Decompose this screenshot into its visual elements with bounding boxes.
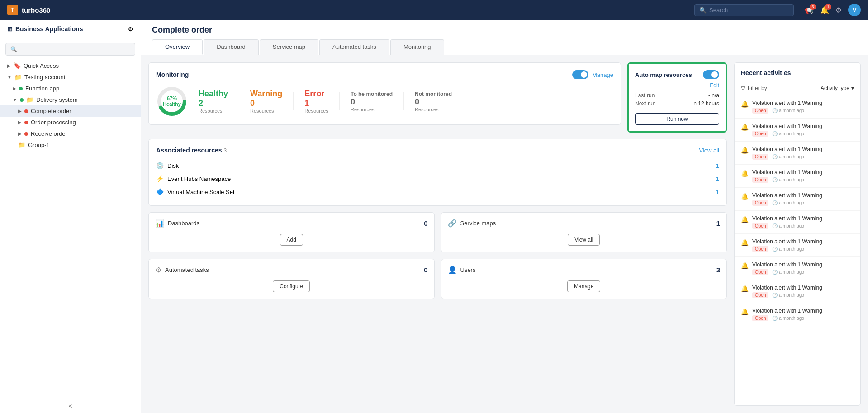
grid-card-automated-tasks: ⚙ Automated tasks 0 Configure — [148, 259, 435, 299]
auto-map-last-run-label: Last run — [635, 92, 655, 99]
sidebar-item-complete-order[interactable]: ▶ Complete order — [0, 105, 141, 117]
service-maps-count: 1 — [716, 219, 720, 227]
notifications-icon[interactable]: 📢 3 — [805, 6, 814, 14]
tab-service-map[interactable]: Service map — [260, 39, 318, 55]
associated-resources-header: Associated resources 3 View all — [156, 147, 719, 154]
auto-map-edit-link[interactable]: Edit — [710, 82, 719, 89]
sidebar-collapse-button[interactable]: < — [65, 399, 76, 413]
activity-title: Violation alert with 1 Warning — [752, 285, 854, 291]
stat-warning-label: Resources — [250, 108, 282, 114]
activity-title: Violation alert with 1 Warning — [752, 192, 854, 199]
folder-icon: 📁 — [18, 142, 25, 148]
monitoring-toggle[interactable] — [572, 70, 588, 79]
configure-automated-tasks-button[interactable]: Configure — [273, 280, 310, 292]
sidebar-item-delivery-system[interactable]: ▼ 📁 Delivery system — [0, 94, 141, 105]
resource-row-event-hubs: ⚡ Event Hubs Namespace 1 — [156, 172, 719, 185]
bell-icon: 🔔 — [741, 100, 749, 108]
content-area: Complete order Overview Dashboard Servic… — [141, 20, 868, 413]
associated-resources-card: Associated resources 3 View all 💿 Disk 1 — [148, 139, 727, 206]
stat-healthy-value: 2 — [199, 99, 228, 108]
open-badge: Open — [752, 315, 768, 321]
grid-cards: 📊 Dashboards 0 Add 🔗 Service maps — [148, 212, 727, 299]
activity-title: Violation alert with 1 Warning — [752, 123, 854, 129]
sidebar-item-receive-order[interactable]: ▶ Receive order — [0, 128, 141, 139]
sidebar-item-order-processing[interactable]: ▶ Order processing — [0, 117, 141, 128]
run-now-button[interactable]: Run now — [635, 113, 719, 125]
open-badge: Open — [752, 154, 768, 160]
bell-icon: 🔔 — [741, 239, 749, 246]
monitoring-manage-link[interactable]: Manage — [592, 71, 613, 78]
add-dashboard-button[interactable]: Add — [280, 234, 303, 246]
chevron-right-icon: ▶ — [18, 109, 22, 114]
bell-icon: 🔔 — [741, 193, 749, 200]
alerts-icon[interactable]: 🔔 1 — [820, 6, 829, 14]
activity-item: 🔔 Violation alert with 1 Warning Open 🕐 … — [735, 211, 860, 234]
settings-icon[interactable]: ⚙ — [835, 6, 842, 14]
activity-title: Violation alert with 1 Warning — [752, 215, 854, 222]
activity-time: 🕐 a month ago — [772, 270, 804, 275]
activity-list: 🔔 Violation alert with 1 Warning Open 🕐 … — [735, 95, 860, 405]
activity-item: 🔔 Violation alert with 1 Warning Open 🕐 … — [735, 303, 860, 326]
activity-time: 🕐 a month ago — [772, 200, 804, 205]
sidebar-header: ⊞ Business Applications ⚙ — [0, 20, 141, 38]
view-all-service-maps-button[interactable]: View all — [568, 234, 600, 246]
open-badge: Open — [752, 177, 768, 183]
users-icon: 👤 — [448, 266, 457, 274]
activity-item: 🔔 Violation alert with 1 Warning Open 🕐 … — [735, 142, 860, 165]
activity-time: 🕐 a month ago — [772, 293, 804, 298]
associated-resources-view-all[interactable]: View all — [699, 147, 719, 154]
recent-activities-panel: Recent activities ▽ Filter by Activity t… — [734, 62, 861, 406]
sidebar-item-quick-access[interactable]: ▶ 🔖 Quick Access — [0, 60, 141, 71]
disk-icon: 💿 — [156, 162, 164, 169]
sidebar-item-label: Receive order — [31, 130, 67, 137]
manage-users-button[interactable]: Manage — [567, 280, 600, 292]
filter-by-label: Filter by — [748, 85, 767, 91]
bookmark-icon: 🔖 — [14, 62, 21, 69]
page-header: Complete order Overview Dashboard Servic… — [141, 20, 868, 55]
stat-error-title: Error — [304, 89, 328, 99]
tab-overview[interactable]: Overview — [152, 39, 203, 55]
tab-automated-tasks[interactable]: Automated tasks — [319, 39, 389, 55]
sidebar-search-icon: 🔍 — [10, 46, 17, 52]
stat-healthy: Healthy 2 Resources — [199, 89, 228, 114]
logo-icon: T — [7, 5, 18, 15]
sidebar-item-group-1[interactable]: 📁 Group-1 — [0, 139, 141, 151]
stat-tbm-label: Resources — [351, 107, 393, 112]
activity-time: 🕐 a month ago — [772, 108, 804, 113]
stat-to-be-monitored: To be monitored 0 Resources — [351, 91, 393, 112]
resource-row-disk: 💿 Disk 1 — [156, 159, 719, 172]
activity-type-select[interactable]: Activity type ▾ — [821, 85, 854, 91]
sidebar-search[interactable]: 🔍 — [5, 43, 135, 56]
activity-item: 🔔 Violation alert with 1 Warning Open 🕐 … — [735, 257, 860, 280]
sidebar-item-function-app[interactable]: ▶ Function app — [0, 83, 141, 94]
bell-icon: 🔔 — [741, 170, 749, 177]
bell-icon: 🔔 — [741, 147, 749, 154]
auto-map-next-run-label: Next run — [635, 100, 655, 107]
auto-map-toggle[interactable] — [703, 70, 719, 79]
stat-healthy-title: Healthy — [199, 89, 228, 99]
chevron-down-icon: ▼ — [13, 97, 17, 102]
grid-card-dashboards-header: 📊 Dashboards 0 — [155, 219, 428, 228]
monitoring-card: Monitoring Manage — [148, 62, 621, 125]
tab-monitoring[interactable]: Monitoring — [390, 39, 444, 55]
resource-disk-count: 1 — [716, 162, 719, 169]
auto-map-last-run-value: - n/a — [708, 92, 719, 99]
avatar[interactable]: V — [848, 4, 861, 16]
tab-dashboard[interactable]: Dashboard — [204, 39, 259, 55]
page-title: Complete order — [152, 25, 857, 35]
search-bar[interactable]: 🔍 Search — [694, 4, 794, 16]
auto-map-last-run-row: Last run - n/a — [635, 92, 719, 99]
vmss-icon: 🔷 — [156, 188, 164, 195]
grid-card-users: 👤 Users 3 Manage — [441, 259, 727, 299]
chevron-right-icon: ▶ — [13, 86, 16, 91]
monitoring-stats: 67% Healthy Healthy 2 Resources — [156, 85, 613, 117]
bell-icon: 🔔 — [741, 308, 749, 315]
resource-vmss-count: 1 — [716, 189, 719, 195]
service-maps-icon: 🔗 — [448, 219, 457, 228]
alert-badge: 1 — [825, 4, 831, 10]
sidebar-settings-icon[interactable]: ⚙ — [128, 26, 133, 33]
activity-item: 🔔 Violation alert with 1 Warning Open 🕐 … — [735, 165, 860, 188]
sidebar-item-testing-account[interactable]: ▼ 📁 Testing account — [0, 71, 141, 83]
resource-vmss-label: Virtual Machine Scale Set — [167, 189, 235, 195]
app-logo[interactable]: T turbo360 — [7, 5, 50, 15]
